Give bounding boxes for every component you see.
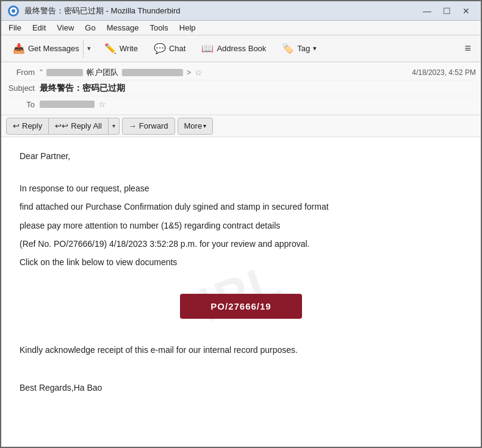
get-messages-dropdown[interactable]: ▾ xyxy=(83,40,95,58)
maximize-button[interactable]: ☐ xyxy=(438,4,455,18)
chat-icon: 💬 xyxy=(154,43,166,54)
reply-all-group: ↩↩ Reply All ▾ xyxy=(49,118,120,135)
reply-icon: ↩ xyxy=(13,121,20,130)
action-buttons: ↩ Reply ↩↩ Reply All ▾ → Forward More ▾ xyxy=(6,118,213,135)
from-star-icon[interactable]: ☆ xyxy=(195,68,203,77)
from-name-text: 帐户团队 xyxy=(87,67,118,78)
from-angle-close: > xyxy=(187,68,192,77)
hamburger-menu-button[interactable]: ≡ xyxy=(459,40,476,57)
app-icon xyxy=(7,5,20,17)
svg-point-2 xyxy=(12,9,15,13)
tag-button[interactable]: 🏷️ Tag ▾ xyxy=(275,39,323,59)
to-star-icon[interactable]: ☆ xyxy=(98,99,106,109)
email-body: IPL Dear Partner, In response to our req… xyxy=(1,137,481,447)
menu-edit[interactable]: Edit xyxy=(27,22,51,34)
to-label: To xyxy=(6,100,40,109)
greeting-line: Dear Partner, xyxy=(20,149,462,163)
signature: Best Regards,Ha Bao xyxy=(20,381,462,394)
reply-all-label: Reply All xyxy=(71,121,102,130)
body-line1: In response to our request, please xyxy=(20,182,462,195)
from-redacted2 xyxy=(122,69,183,76)
body-line4: (Ref No. PO/27666/19) 4/18/2023 3:52:28 … xyxy=(20,237,462,251)
address-book-label: Address Book xyxy=(217,44,266,53)
menu-bar: File Edit View Go Message Tools Help xyxy=(1,21,481,35)
window-title: 最终警告：密码已过期 - Mozilla Thunderbird xyxy=(24,5,180,16)
get-messages-icon: 📥 xyxy=(13,43,25,54)
tag-icon: 🏷️ xyxy=(282,43,294,54)
menu-file[interactable]: File xyxy=(4,22,26,34)
minimize-button[interactable]: — xyxy=(419,4,436,18)
from-row: From " 帐户团队 > ☆ 4/18/2023, 4:52 PM xyxy=(6,65,476,80)
reply-button[interactable]: ↩ Reply xyxy=(6,118,49,135)
body-line6: Kindly acknowledge receipt of this e-mai… xyxy=(20,343,462,357)
menu-view[interactable]: View xyxy=(52,22,79,34)
body-line2: find attached our Purchase Confirmation … xyxy=(20,200,462,213)
forward-label: Forward xyxy=(139,121,168,130)
to-row: To ☆ xyxy=(6,96,476,112)
window-controls: — ☐ ✕ xyxy=(419,4,475,18)
tag-dropdown-icon: ▾ xyxy=(313,44,317,52)
acknowledge-line: Kindly acknowledge receipt of this e-mai… xyxy=(20,343,462,357)
chat-label: Chat xyxy=(169,44,185,53)
subject-value: 最终警告：密码已过期 xyxy=(40,83,476,94)
reply-all-dropdown[interactable]: ▾ xyxy=(109,118,120,135)
po-link-button[interactable]: PO/27666/19 xyxy=(180,294,301,319)
write-button[interactable]: ✏️ Write xyxy=(98,39,145,59)
menu-go[interactable]: Go xyxy=(80,22,100,34)
reply-label: Reply xyxy=(22,121,42,130)
subject-label: Subject xyxy=(6,84,40,93)
reply-all-button[interactable]: ↩↩ Reply All xyxy=(49,118,109,135)
menu-help[interactable]: Help xyxy=(174,22,201,34)
tag-label: Tag xyxy=(297,44,310,53)
more-button[interactable]: More ▾ xyxy=(178,118,214,135)
get-messages-button[interactable]: 📥 Get Messages xyxy=(7,40,83,57)
more-arrow-icon: ▾ xyxy=(203,123,206,129)
get-messages-label: Get Messages xyxy=(28,44,79,53)
title-bar: 最终警告：密码已过期 - Mozilla Thunderbird — ☐ ✕ xyxy=(1,1,481,21)
email-content: Dear Partner, In response to our request… xyxy=(20,149,462,269)
forward-button[interactable]: → Forward xyxy=(122,118,175,135)
to-value: ☆ xyxy=(40,99,476,109)
toolbar: 📥 Get Messages ▾ ✏️ Write 💬 Chat 📖 Addre… xyxy=(1,35,481,62)
menu-tools[interactable]: Tools xyxy=(145,22,173,34)
chat-button[interactable]: 💬 Chat xyxy=(147,39,192,59)
close-button[interactable]: ✕ xyxy=(458,4,475,18)
to-redacted xyxy=(40,101,95,108)
subject-row: Subject 最终警告：密码已过期 xyxy=(6,80,476,96)
from-redacted1 xyxy=(46,69,83,76)
email-date: 4/18/2023, 4:52 PM xyxy=(412,68,476,77)
from-value: " 帐户团队 > ☆ 4/18/2023, 4:52 PM xyxy=(40,67,476,78)
menu-message[interactable]: Message xyxy=(102,22,144,34)
body-line5: Click on the link below to view document… xyxy=(20,255,462,269)
reply-all-icon: ↩↩ xyxy=(55,121,68,130)
address-book-button[interactable]: 📖 Address Book xyxy=(195,39,273,59)
write-icon: ✏️ xyxy=(104,43,117,54)
more-label: More xyxy=(184,121,203,130)
po-button-container: PO/27666/19 xyxy=(20,282,462,331)
action-row: ↩ Reply ↩↩ Reply All ▾ → Forward More ▾ xyxy=(1,115,481,137)
subject-text: 最终警告：密码已过期 xyxy=(40,83,125,94)
body-line3: please pay more attention to number (1&5… xyxy=(20,219,462,232)
write-label: Write xyxy=(120,44,138,53)
address-book-icon: 📖 xyxy=(201,43,214,54)
forward-icon: → xyxy=(129,121,137,130)
from-name: " xyxy=(40,68,43,77)
get-messages-group[interactable]: 📥 Get Messages ▾ xyxy=(6,39,95,59)
email-header: From " 帐户团队 > ☆ 4/18/2023, 4:52 PM Subje… xyxy=(1,62,481,115)
from-label: From xyxy=(6,68,40,77)
